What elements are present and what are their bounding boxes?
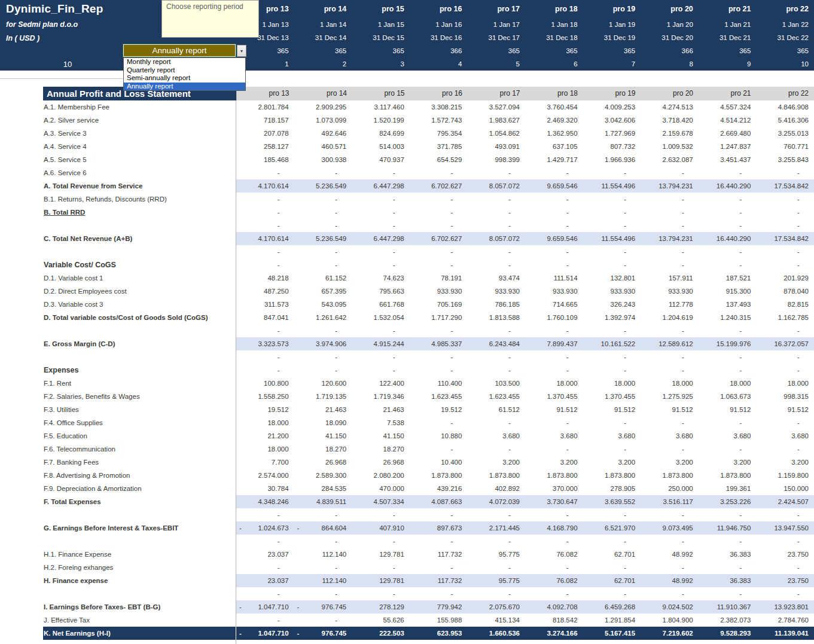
value-cell[interactable]: -: [641, 258, 699, 271]
value-cell[interactable]: 3.200: [583, 456, 641, 469]
value-cell[interactable]: 1.532.054: [352, 311, 410, 324]
value-cell[interactable]: -: [236, 219, 294, 232]
value-cell[interactable]: -: [352, 245, 410, 258]
row-label[interactable]: A.2. Silver service: [0, 114, 236, 127]
value-cell[interactable]: -976.745: [294, 600, 352, 614]
value-cell[interactable]: 26.968: [294, 456, 352, 469]
row-label[interactable]: F.5. Education: [0, 429, 236, 442]
value-cell[interactable]: 1.429.717: [525, 153, 583, 166]
value-cell[interactable]: 795.663: [352, 285, 410, 298]
value-cell[interactable]: 4.348.246: [236, 495, 294, 508]
value-cell[interactable]: 1.873.800: [467, 469, 525, 482]
value-cell[interactable]: -: [699, 442, 757, 456]
value-cell[interactable]: -: [352, 561, 410, 574]
value-cell[interactable]: -: [641, 508, 699, 521]
value-cell[interactable]: 1.719.135: [294, 390, 352, 403]
value-cell[interactable]: -: [583, 350, 641, 364]
value-cell[interactable]: -: [699, 535, 757, 548]
value-cell[interactable]: 155.988: [410, 614, 468, 627]
row-label[interactable]: A. Total Revenue from Service: [0, 179, 236, 193]
value-cell[interactable]: 2.909.295: [294, 100, 352, 114]
value-cell[interactable]: -: [583, 364, 641, 377]
value-cell[interactable]: 1.073.099: [294, 114, 352, 127]
value-cell[interactable]: 9.659.546: [525, 232, 583, 245]
value-cell[interactable]: 48.992: [641, 574, 699, 587]
value-cell[interactable]: -: [294, 561, 352, 574]
value-cell[interactable]: 9.528.293: [699, 627, 757, 640]
value-cell[interactable]: 4.557.324: [699, 100, 757, 114]
value-cell[interactable]: 4.985.337: [410, 337, 468, 350]
value-cell[interactable]: 91.512: [641, 403, 699, 416]
row-label[interactable]: F.6. Telecommunication: [0, 442, 236, 456]
value-cell[interactable]: 1.983.627: [467, 114, 525, 127]
value-cell[interactable]: 41.150: [294, 429, 352, 442]
value-cell[interactable]: 824.699: [352, 127, 410, 140]
row-label[interactable]: H. Finance expense: [0, 574, 236, 587]
value-cell[interactable]: 13.923.801: [756, 600, 814, 614]
row-label[interactable]: A.4. Service 4: [0, 140, 236, 153]
value-cell[interactable]: -: [756, 364, 814, 377]
value-cell[interactable]: 2.632.087: [641, 153, 699, 166]
row-label[interactable]: [0, 350, 236, 364]
value-cell[interactable]: 18.090: [294, 416, 352, 429]
value-cell[interactable]: 933.930: [641, 285, 699, 298]
value-cell[interactable]: 4.514.212: [699, 114, 757, 127]
value-cell[interactable]: 1.370.455: [525, 390, 583, 403]
value-cell[interactable]: -: [410, 587, 468, 600]
value-cell[interactable]: 201.929: [756, 271, 814, 285]
value-cell[interactable]: 21.200: [236, 429, 294, 442]
value-cell[interactable]: -: [583, 166, 641, 179]
value-cell[interactable]: 1.719.346: [352, 390, 410, 403]
value-cell[interactable]: 1.240.315: [699, 311, 757, 324]
value-cell[interactable]: -: [352, 193, 410, 206]
row-label[interactable]: [0, 245, 236, 258]
value-cell[interactable]: 6.702.627: [410, 232, 468, 245]
value-cell[interactable]: 3.308.215: [410, 100, 468, 114]
value-cell[interactable]: 1.873.800: [410, 469, 468, 482]
value-cell[interactable]: -: [756, 442, 814, 456]
value-cell[interactable]: -: [756, 587, 814, 600]
value-cell[interactable]: 1.392.974: [583, 311, 641, 324]
value-cell[interactable]: 78.191: [410, 271, 468, 285]
value-cell[interactable]: 100.800: [236, 377, 294, 390]
value-cell[interactable]: 2.574.000: [236, 469, 294, 482]
value-cell[interactable]: -: [236, 350, 294, 364]
value-cell[interactable]: 5.416.306: [756, 114, 814, 127]
value-cell[interactable]: 714.665: [525, 298, 583, 311]
value-cell[interactable]: 207.078: [236, 127, 294, 140]
value-cell[interactable]: -: [699, 245, 757, 258]
value-cell[interactable]: -: [756, 258, 814, 271]
value-cell[interactable]: 623.953: [410, 627, 468, 640]
value-cell[interactable]: 111.514: [525, 271, 583, 285]
value-cell[interactable]: -: [525, 324, 583, 337]
value-cell[interactable]: 3.516.117: [641, 495, 699, 508]
value-cell[interactable]: 705.169: [410, 298, 468, 311]
value-cell[interactable]: -1.047.710: [236, 627, 294, 640]
value-cell[interactable]: -: [467, 350, 525, 364]
value-cell[interactable]: 3.451.437: [699, 153, 757, 166]
value-cell[interactable]: -: [467, 258, 525, 271]
value-cell[interactable]: 3.255.843: [756, 153, 814, 166]
value-cell[interactable]: 4.507.334: [352, 495, 410, 508]
value-cell[interactable]: -: [699, 416, 757, 429]
value-cell[interactable]: 439.216: [410, 482, 468, 495]
value-cell[interactable]: 1.804.900: [641, 614, 699, 627]
value-cell[interactable]: 9.659.546: [525, 179, 583, 193]
value-cell[interactable]: 4.009.253: [583, 100, 641, 114]
value-cell[interactable]: -: [410, 508, 468, 521]
value-cell[interactable]: 3.200: [467, 456, 525, 469]
value-cell[interactable]: 370.000: [525, 482, 583, 495]
value-cell[interactable]: 8.057.072: [467, 232, 525, 245]
value-cell[interactable]: 284.535: [294, 482, 352, 495]
value-cell[interactable]: 91.512: [699, 403, 757, 416]
value-cell[interactable]: 62.701: [583, 574, 641, 587]
value-cell[interactable]: 1.873.800: [641, 469, 699, 482]
value-cell[interactable]: -: [236, 245, 294, 258]
row-label[interactable]: [0, 219, 236, 232]
value-cell[interactable]: -: [467, 245, 525, 258]
dropdown-option-selected[interactable]: Annually report: [124, 83, 245, 91]
value-cell[interactable]: 933.930: [525, 285, 583, 298]
value-cell[interactable]: -: [352, 350, 410, 364]
value-cell[interactable]: 1.623.455: [467, 390, 525, 403]
value-cell[interactable]: -: [236, 561, 294, 574]
